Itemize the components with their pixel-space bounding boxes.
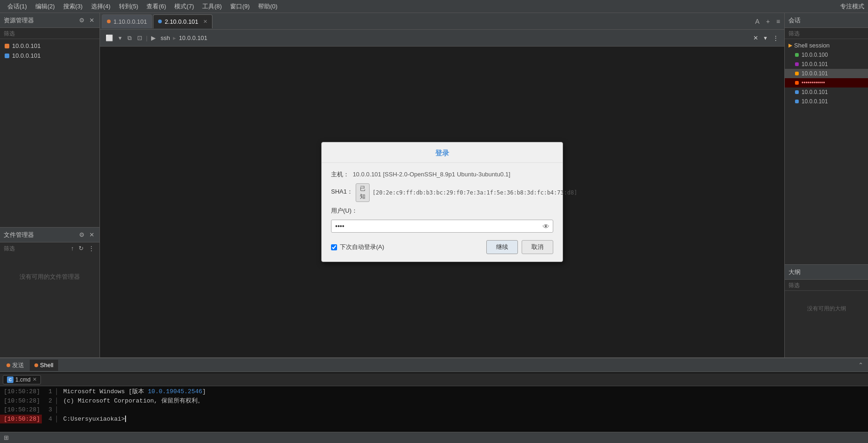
resource-dot-1 xyxy=(5,44,9,48)
file-filter-input[interactable] xyxy=(4,245,68,252)
resource-manager-header: 资源管理器 ⚙ ✕ xyxy=(0,13,99,28)
login-dialog: 登录 主机： 10.0.0.101 [SSH-2.0-OpenSSH_8.9p1… xyxy=(321,142,563,262)
center-area: 1.10.0.0.101 2.10.0.0.101 ✕ A + ≡ ⬜ ▾ ⧉ … xyxy=(100,13,784,357)
addr-chevron-down-icon[interactable]: ▾ xyxy=(762,34,769,42)
tab-2[interactable]: 2.10.0.0.101 ✕ xyxy=(153,14,212,28)
continue-button[interactable]: 继续 xyxy=(486,240,518,254)
t-line-4: [10:50:28] 4 │ C:Usersyuxiaokai> xyxy=(0,415,868,424)
session-filter-input[interactable] xyxy=(788,30,864,37)
menu-item-help[interactable]: 帮助(0) xyxy=(254,1,281,12)
sha1-label: SHA1： xyxy=(331,188,353,196)
tab-action-plus[interactable]: + xyxy=(764,17,772,26)
refresh-icon[interactable]: ↻ xyxy=(77,244,85,252)
session-item-1[interactable]: 10.0.0.100 xyxy=(785,50,868,60)
right-panel: 会话 ▶ Shell session 10.0.0.100 10.0.0.101 xyxy=(784,13,868,357)
session-group-header[interactable]: ▶ Shell session xyxy=(785,40,868,50)
outline-header: 大纲 xyxy=(785,265,868,280)
menu-item-goto[interactable]: 转到(5) xyxy=(115,1,142,12)
tab-send[interactable]: 发送 xyxy=(2,360,29,371)
resource-label-1: 10.0.0.101 xyxy=(12,42,40,49)
tab-action-a[interactable]: A xyxy=(753,17,762,26)
session-dot-4 xyxy=(795,81,799,85)
t-time-4: [10:50:28] xyxy=(0,415,42,424)
t-content-3 xyxy=(61,405,868,415)
resource-list: 10.0.0.101 10.0.0.101 xyxy=(0,39,99,227)
focus-mode-label: 专注模式 xyxy=(840,3,864,10)
address-bar: ⬜ ▾ ⧉ ⊡ | ▶ ssh ▸ 10.0.0.101 ✕ ▾ ⋮ xyxy=(100,30,784,47)
session-item-5[interactable]: 10.0.0.101 xyxy=(785,87,868,97)
addr-host: 10.0.0.101 xyxy=(179,34,207,41)
eye-icon[interactable]: 👁 xyxy=(543,222,550,230)
t-num-3: 3 xyxy=(42,405,55,415)
password-input[interactable] xyxy=(331,220,553,233)
addr-close-icon[interactable]: ✕ xyxy=(751,34,760,42)
tab-actions: A + ≡ xyxy=(753,17,782,26)
t-time-1: [10:50:28] xyxy=(0,387,42,396)
sha1-value: [20:2e:c9:ff:db:b3:bc:29:f0:7e:3a:1f:5e:… xyxy=(372,189,577,196)
t-num-2: 2 xyxy=(42,396,55,406)
addr-duplicate-icon[interactable]: ⧉ xyxy=(126,34,133,43)
resource-item-2[interactable]: 10.0.0.101 xyxy=(0,51,99,60)
t-content-1: Microsoft Windows [版本 10.0.19045.2546] xyxy=(61,387,868,396)
addr-icons-right: ✕ ▾ ⋮ xyxy=(751,34,781,42)
cmd-tab-bar: C 1.cmd ✕ xyxy=(0,373,868,386)
menu-bar-left: 会话(1) 编辑(2) 搜索(3) 选择(4) 转到(5) 查看(6) 模式(7… xyxy=(4,1,281,12)
file-close-icon[interactable]: ✕ xyxy=(88,231,96,239)
known-badge[interactable]: 已知 xyxy=(356,183,370,202)
resource-filter-input[interactable] xyxy=(4,30,96,37)
upload-icon[interactable]: ↑ xyxy=(70,244,76,252)
session-item-2[interactable]: 10.0.0.101 xyxy=(785,60,868,69)
expand-icon[interactable]: ⌃ xyxy=(855,361,866,369)
outline-filter-bar xyxy=(785,280,868,291)
bottom-tab-left: 发送 Shell xyxy=(2,360,58,371)
file-manager-header: 文件管理器 ⚙ ✕ xyxy=(0,228,99,242)
session-item-3[interactable]: 10.0.0.101 xyxy=(785,69,868,78)
tab-shell[interactable]: Shell xyxy=(30,360,58,371)
menu-item-select[interactable]: 选择(4) xyxy=(87,1,114,12)
addr-icons-left: ⬜ ▾ ⧉ ⊡ | ▶ xyxy=(104,34,158,43)
addr-down-icon[interactable]: ▾ xyxy=(117,34,124,42)
addr-play-icon[interactable]: ▶ xyxy=(149,34,158,42)
addr-separator: | xyxy=(146,34,147,41)
cancel-button[interactable]: 取消 xyxy=(522,240,553,254)
menu-item-window[interactable]: 窗口(9) xyxy=(226,1,253,12)
no-outline: 没有可用的大纲 xyxy=(785,305,868,313)
terminal-lines: [10:50:28] 1 │ Microsoft Windows [版本 10.… xyxy=(0,386,868,424)
sha-row: SHA1： 已知 [20:2e:c9:ff:db:b3:bc:29:f0:7e:… xyxy=(331,183,553,202)
outline-filter-input[interactable] xyxy=(788,282,864,289)
menu-item-session[interactable]: 会话(1) xyxy=(4,1,31,12)
session-item-4[interactable]: •••••••••••• xyxy=(785,78,868,87)
auto-login-checkbox[interactable] xyxy=(331,244,337,250)
more-icon[interactable]: ⋮ xyxy=(87,244,96,252)
file-settings-icon[interactable]: ⚙ xyxy=(78,231,86,239)
tab-1[interactable]: 1.10.0.0.101 xyxy=(102,14,152,28)
menu-item-tools[interactable]: 工具(8) xyxy=(199,1,225,12)
close-icon[interactable]: ✕ xyxy=(88,16,96,24)
addr-new-tab-icon[interactable]: ⬜ xyxy=(104,34,115,42)
session-label-2: 10.0.0.101 xyxy=(802,61,828,67)
tab-close-2[interactable]: ✕ xyxy=(203,19,207,25)
tab-action-menu[interactable]: ≡ xyxy=(774,17,782,26)
settings-icon[interactable]: ⚙ xyxy=(78,16,86,24)
menu-item-mode[interactable]: 模式(7) xyxy=(171,1,198,12)
session-label-1: 10.0.0.100 xyxy=(802,52,828,58)
file-panel-icons: ⚙ ✕ xyxy=(78,231,96,239)
menu-item-view[interactable]: 查看(6) xyxy=(143,1,170,12)
main-layout: 资源管理器 ⚙ ✕ 10.0.0.101 10.0.0.101 文件管理器 xyxy=(0,13,868,357)
dialog-body: 主机： 10.0.0.101 [SSH-2.0-OpenSSH_8.9p1 Ub… xyxy=(322,163,563,240)
session-item-6[interactable]: 10.0.0.101 xyxy=(785,97,868,106)
cmd-tab-close[interactable]: ✕ xyxy=(33,376,37,383)
addr-connect-icon[interactable]: ⊡ xyxy=(135,34,144,42)
menu-item-search[interactable]: 搜索(3) xyxy=(60,1,86,12)
t-num-4: 4 xyxy=(42,415,55,424)
session-label-3: 10.0.0.101 xyxy=(802,70,828,77)
t-bar-4: │ xyxy=(55,415,61,424)
addr-more-icon[interactable]: ⋮ xyxy=(771,34,781,42)
cmd-tab-1[interactable]: C 1.cmd ✕ xyxy=(3,375,41,384)
menu-item-edit[interactable]: 编辑(2) xyxy=(32,1,59,12)
user-field-row: 用户(U)： xyxy=(331,207,553,215)
t-num-1: 1 xyxy=(42,387,55,396)
file-manager-panel: 文件管理器 ⚙ ✕ ↑ ↻ ⋮ 没有可用的文件管理器 xyxy=(0,227,99,357)
resource-item-1[interactable]: 10.0.0.101 xyxy=(0,41,99,51)
t-line-2: [10:50:28] 2 │ (c) Microsoft Corporation… xyxy=(0,396,868,406)
